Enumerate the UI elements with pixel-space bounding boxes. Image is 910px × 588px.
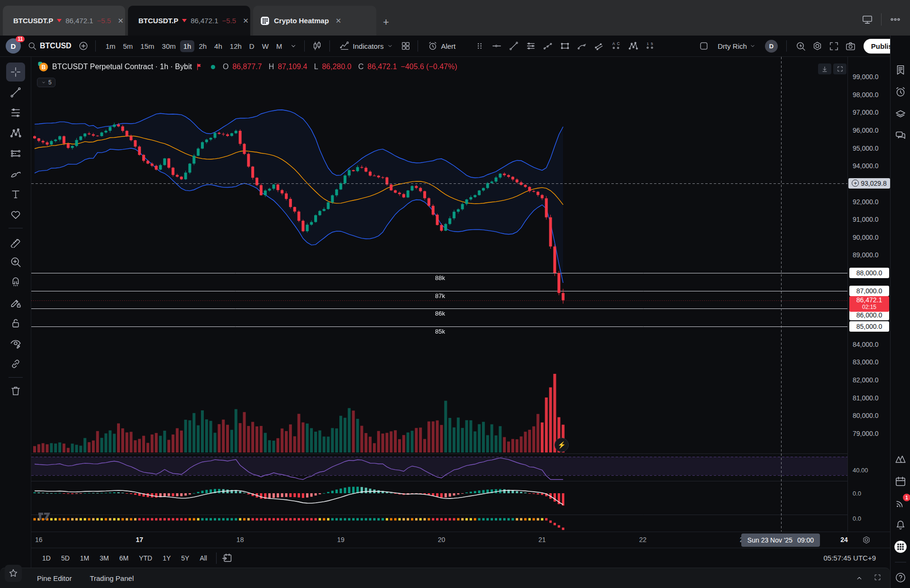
layout-icon[interactable] [699,41,709,51]
watchlist-button[interactable] [894,63,907,77]
range-5y[interactable]: 5Y [177,552,193,564]
crosshair-tool[interactable] [6,63,25,81]
streams-button[interactable]: 1 [894,497,907,510]
alerts-button[interactable] [894,85,907,99]
timeframe-30m[interactable]: 30m [159,40,179,52]
rectangle-tool-icon[interactable] [560,41,570,51]
long-short-position-tool[interactable] [6,144,25,163]
user-avatar[interactable]: D 11 [6,38,21,54]
tab-close-button[interactable]: ✕ [243,17,249,25]
snapshot-camera-icon[interactable] [845,41,856,52]
hide-drawings-tool[interactable] [6,334,25,353]
anchored-text-icon[interactable]: AC [611,41,621,51]
tradingview-logo[interactable] [37,511,56,523]
indicators-button[interactable]: Indicators [337,39,397,53]
range-5d[interactable]: 5D [57,552,74,564]
zoom-in-tool[interactable] [6,253,25,271]
compare-add-icon[interactable] [78,41,89,51]
trend-line-tool[interactable] [6,83,25,102]
legend-collapse-button[interactable]: 5 [37,78,55,87]
maximize-pane-button[interactable] [833,63,846,74]
xabcd-pattern-icon[interactable] [628,41,638,51]
parallel-channel-icon[interactable] [594,41,604,51]
notifications-button[interactable] [894,518,907,532]
range-1d[interactable]: 1D [38,552,55,564]
layout-owner-avatar[interactable]: D [765,40,778,53]
new-tab-button[interactable]: + [383,16,389,28]
tab-close-button[interactable]: ✕ [118,17,124,25]
tab-overflow-icon[interactable] [889,13,901,26]
timeframe-W[interactable]: W [259,40,272,52]
timeframe-1m[interactable]: 1m [102,40,119,52]
timeframe-4h[interactable]: 4h [211,40,226,52]
favorites-star-button[interactable] [5,565,22,582]
go-to-date-icon[interactable] [221,552,233,564]
range-ytd[interactable]: YTD [135,552,156,564]
lock-all-tool[interactable] [6,314,25,333]
statusbar-trading-panel[interactable]: Trading Panel [90,574,134,582]
apps-button[interactable] [894,540,907,553]
timeframe-5m[interactable]: 5m [120,40,136,52]
price-axis[interactable]: 99,000.098,000.097,000.096,000.095,000.0… [847,57,890,532]
crosshair-price-badge[interactable]: + 93,029.8 [848,178,890,189]
range-1y[interactable]: 1Y [158,552,175,564]
timeframe-2h[interactable]: 2h [195,40,210,52]
quick-search-icon[interactable] [795,41,806,52]
tab-close-button[interactable]: ✕ [336,17,342,25]
link-drawings-tool[interactable] [6,354,25,373]
emoji-tool[interactable] [6,205,25,224]
ruler-tool[interactable] [6,232,25,251]
panel-expand-icon[interactable] [855,573,864,583]
layout-name-button[interactable]: Drty Rich [715,40,759,52]
timeframe-D[interactable]: D [246,40,258,52]
object-tree-button[interactable] [894,107,907,120]
tab-btcusdt-2[interactable]: BBTCUSDT.P86,472.1−5.5✕ [128,6,250,36]
timeframe-15m[interactable]: 15m [137,40,157,52]
timeframe-M[interactable]: M [273,40,286,52]
alert-button[interactable]: Alert [425,39,458,53]
chart-pane[interactable]: B BTCUSDT Perpetual Contract · 1h · Bybi… [31,57,847,532]
xabcd-pattern-tool[interactable] [6,124,25,143]
exchange-badge[interactable]: ⚡ [555,438,569,452]
ideas-button[interactable] [894,453,907,466]
panel-maximize-icon[interactable] [874,573,882,581]
fib-retracement-tool[interactable] [6,103,25,122]
horizontal-lines-icon[interactable] [526,41,536,51]
brush-tool[interactable] [6,164,25,183]
range-1m[interactable]: 1M [76,552,93,564]
range-3m[interactable]: 3M [95,552,113,564]
text-tool[interactable] [6,185,25,204]
time-axis-settings-icon[interactable] [862,535,871,545]
flag-icon[interactable] [196,63,204,71]
help-button[interactable] [894,571,907,584]
timeframe-1h[interactable]: 1h [180,40,195,52]
timeframe-12h[interactable]: 12h [227,40,245,52]
timeframe-chevron-icon[interactable] [289,42,298,50]
statusbar-pine-editor[interactable]: Pine Editor [37,574,72,582]
scroll-down-button[interactable] [818,63,831,74]
long-short-preset-icon[interactable]: 15 [645,41,655,51]
time-axis[interactable]: 161718192021222324 Sun 23 Nov '25 09:00 [31,532,890,548]
trend-line-tool-icon[interactable] [509,41,519,51]
cross-line-icon[interactable] [543,41,553,51]
remove-drawings-tool[interactable] [6,381,25,400]
tab-btcusdt-1[interactable]: BBTCUSDT.P86,472.1−5.5✕ [3,6,125,36]
legend-title[interactable]: BTCUSDT Perpetual Contract · 1h · Bybit [52,63,192,71]
settings-gear-icon[interactable] [812,41,823,52]
chart-style-icon[interactable] [311,40,323,52]
brush-dots-icon[interactable] [577,41,587,51]
magnet-tool[interactable] [6,273,25,292]
range-6m[interactable]: 6M [115,552,133,564]
horizontal-line-icon[interactable] [491,41,502,51]
fullscreen-icon[interactable] [828,41,839,52]
tab-crypto-heatmap[interactable]: Crypto Heatmap✕ [253,6,376,36]
clock-timezone[interactable]: 05:57:45 UTC+9 [824,554,876,562]
indicator-templates-icon[interactable] [400,41,411,51]
calendar-button[interactable] [894,475,907,488]
add-alert-plus-icon[interactable]: + [852,180,859,187]
symbol-search-button[interactable]: BTCUSD [25,39,74,53]
range-all[interactable]: All [195,552,211,564]
drawing-edit-tool[interactable] [6,293,25,312]
workspace-icon[interactable] [861,13,874,26]
drag-handle-icon[interactable] [474,41,485,51]
